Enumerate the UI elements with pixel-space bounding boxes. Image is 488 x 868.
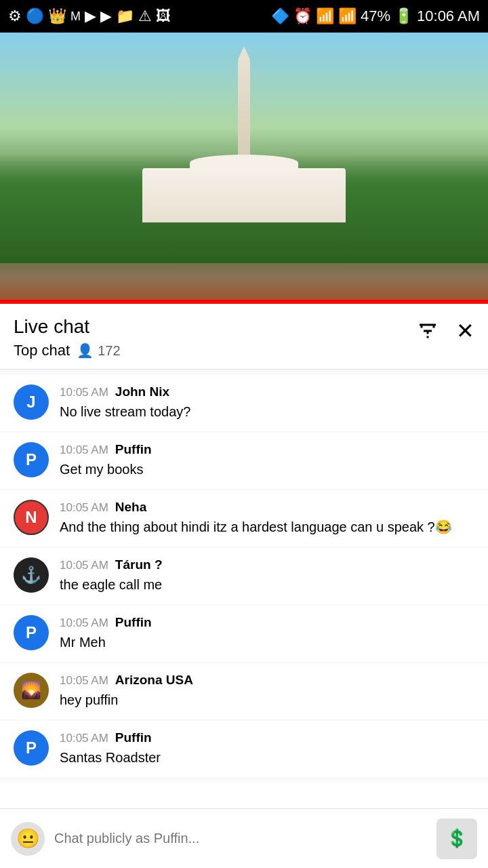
- youtube-icon: ▶: [85, 7, 96, 25]
- bluetooth-icon: 🔷: [271, 7, 289, 25]
- m-icon: M: [70, 9, 81, 24]
- pokeball-icon: 🔵: [26, 7, 44, 25]
- chat-content: 10:05 AM John Nix No live stream today?: [60, 384, 474, 422]
- chat-text: No live stream today?: [60, 402, 474, 422]
- close-button[interactable]: ✕: [456, 320, 474, 342]
- chat-meta: 10:05 AM Arizona USA: [60, 673, 474, 688]
- live-chat-header-right: ✕: [415, 316, 474, 343]
- chat-text: Get my books: [60, 460, 474, 479]
- emoji-icon: 😐: [16, 827, 40, 850]
- chat-meta: 10:05 AM Neha: [60, 500, 474, 515]
- chat-time: 10:05 AM: [60, 674, 108, 688]
- chat-input[interactable]: [54, 821, 427, 856]
- chat-meta: 10:05 AM John Nix: [60, 384, 474, 399]
- chat-message: ⚓ 10:05 AM Tárun ? the eagle call me: [0, 548, 488, 604]
- chat-meta: 10:05 AM Puffin: [60, 730, 474, 745]
- chat-username: Puffin: [115, 442, 152, 457]
- chat-meta: 10:05 AM Puffin: [60, 615, 474, 630]
- chat-meta: 10:05 AM Puffin: [60, 442, 474, 457]
- live-chat-panel: Live chat Top chat 👤 172 ✕ J: [0, 304, 488, 842]
- chat-message: J 10:05 AM John Nix No live stream today…: [0, 375, 488, 431]
- crown-icon: 👑: [48, 7, 66, 25]
- chat-input-bar: 😐 💲: [0, 808, 488, 868]
- status-bar-left: ⚙ 🔵 👑 M ▶ ▶ 📁 ⚠ 🖼: [8, 7, 171, 25]
- chat-username: Neha: [115, 500, 146, 515]
- live-chat-title: Live chat: [14, 316, 121, 338]
- video-progress-bar[interactable]: [0, 300, 488, 304]
- chat-meta: 10:05 AM Tárun ?: [60, 557, 474, 572]
- battery-percent: 47%: [361, 7, 390, 25]
- youtube2-icon: ▶: [100, 7, 112, 25]
- chat-text: Santas Roadster: [60, 748, 474, 768]
- video-player[interactable]: [0, 33, 488, 304]
- filter-icon[interactable]: [415, 319, 440, 343]
- person-icon: 👤: [77, 342, 94, 359]
- chat-content: 10:05 AM Neha And the thing about hindi …: [60, 500, 474, 537]
- status-bar-right: 🔷 ⏰ 📶 📶 47% 🔋 10:06 AM: [271, 7, 480, 25]
- chat-content: 10:05 AM Puffin Mr Meh: [60, 615, 474, 652]
- chat-message: P 10:05 AM Puffin Get my books: [0, 433, 488, 489]
- chat-message: P 10:05 AM Puffin Mr Meh: [0, 606, 488, 662]
- avatar: P: [14, 730, 49, 766]
- android-icon: ⚙: [8, 7, 22, 25]
- top-chat-row: Top chat 👤 172: [14, 342, 121, 369]
- chat-text: hey puffin: [60, 690, 474, 710]
- avatar: P: [14, 615, 49, 650]
- white-house-graphic: [142, 168, 346, 222]
- top-chat-label[interactable]: Top chat: [14, 342, 70, 359]
- avatar: 🌄: [14, 673, 49, 708]
- send-icon: 💲: [446, 828, 468, 849]
- wifi-icon: 📶: [316, 7, 334, 25]
- chat-message: 🌄 10:05 AM Arizona USA hey puffin: [0, 663, 488, 719]
- chat-text: the eagle call me: [60, 575, 474, 595]
- folder-icon: 📁: [116, 7, 134, 25]
- chat-time: 10:05 AM: [60, 559, 108, 572]
- avatar: P: [14, 442, 49, 477]
- chat-content: 10:05 AM Arizona USA hey puffin: [60, 673, 474, 710]
- chat-content: 10:05 AM Puffin Santas Roadster: [60, 730, 474, 768]
- avatar: N: [14, 500, 49, 535]
- chat-username: John Nix: [115, 384, 169, 399]
- image-icon: 🖼: [156, 7, 171, 25]
- chat-content: 10:05 AM Tárun ? the eagle call me: [60, 557, 474, 595]
- send-button[interactable]: 💲: [436, 818, 477, 859]
- time-display: 10:06 AM: [417, 7, 480, 25]
- viewers-count: 👤 172: [77, 342, 120, 359]
- chat-time: 10:05 AM: [60, 732, 108, 745]
- warning-icon: ⚠: [138, 7, 152, 25]
- signal-icon: 📶: [338, 7, 357, 25]
- chat-time: 10:05 AM: [60, 501, 108, 515]
- chat-message: N 10:05 AM Neha And the thing about hind…: [0, 490, 488, 547]
- viewers-number: 172: [98, 343, 120, 359]
- live-chat-header: Live chat Top chat 👤 172 ✕: [0, 304, 488, 370]
- alarm-icon: ⏰: [293, 7, 312, 25]
- emoji-button[interactable]: 😐: [11, 822, 45, 856]
- avatar: J: [14, 384, 49, 420]
- chat-message: P 10:05 AM Puffin Santas Roadster: [0, 721, 488, 777]
- chat-username: Puffin: [115, 615, 152, 630]
- chat-text: And the thing about hindi itz a hardest …: [60, 517, 474, 537]
- live-chat-header-left: Live chat Top chat 👤 172: [14, 316, 121, 369]
- chat-time: 10:05 AM: [60, 443, 108, 457]
- status-bar: ⚙ 🔵 👑 M ▶ ▶ 📁 ⚠ 🖼 🔷 ⏰ 📶 📶 47% 🔋 10:06 AM: [0, 0, 488, 33]
- chat-content: 10:05 AM Puffin Get my books: [60, 442, 474, 479]
- chat-text: Mr Meh: [60, 633, 474, 652]
- chat-username: Arizona USA: [115, 673, 193, 688]
- battery-icon: 🔋: [394, 7, 413, 25]
- chat-time: 10:05 AM: [60, 616, 108, 630]
- chat-username: Puffin: [115, 730, 152, 745]
- avatar: ⚓: [14, 557, 49, 593]
- chat-time: 10:05 AM: [60, 386, 108, 399]
- chat-messages-list: J 10:05 AM John Nix No live stream today…: [0, 370, 488, 783]
- chat-username: Tárun ?: [115, 557, 163, 572]
